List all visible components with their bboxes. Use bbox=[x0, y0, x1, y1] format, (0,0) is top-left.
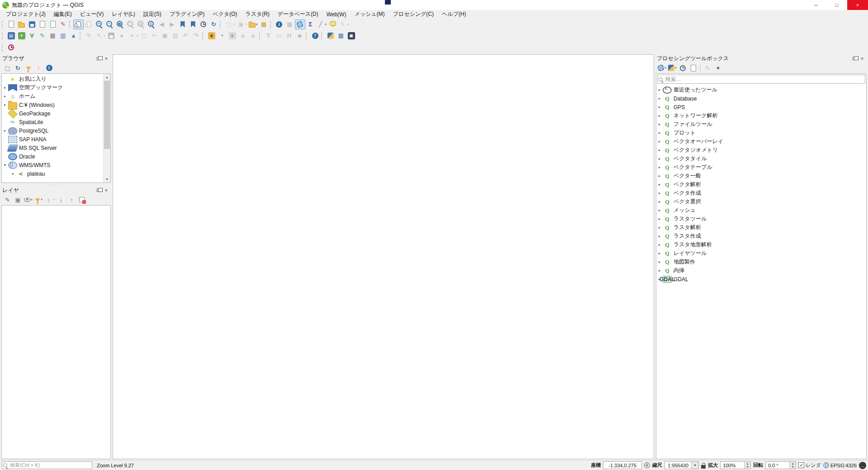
tree-item-plots[interactable]: ▸Qプロット bbox=[656, 129, 866, 137]
open-project-button[interactable] bbox=[16, 19, 27, 29]
chevron-collapsed-icon[interactable]: ▸ bbox=[656, 234, 663, 238]
spin-down-icon[interactable]: ▼ bbox=[790, 465, 796, 469]
plugin-manager-button[interactable]: ▦ bbox=[336, 31, 346, 41]
chevron-collapsed-icon[interactable]: ▸ bbox=[656, 114, 663, 118]
maximize-button[interactable]: □ bbox=[826, 0, 847, 10]
temporal-controller-panel-button[interactable] bbox=[6, 43, 16, 53]
tree-item-vector-creation[interactable]: ▸Qベクタ作成 bbox=[656, 189, 866, 197]
toolbar-grip[interactable] bbox=[220, 21, 222, 28]
chevron-down-icon[interactable]: ▾ bbox=[256, 23, 258, 26]
toolbar-grip[interactable] bbox=[69, 21, 71, 28]
chevron-collapsed-icon[interactable]: ▸ bbox=[656, 251, 663, 255]
tree-item-spatial-bookmarks[interactable]: ▸空間ブックマーク bbox=[2, 83, 103, 92]
processing-close-button[interactable]: × bbox=[859, 56, 865, 61]
refresh-map-button[interactable]: ↻ bbox=[209, 19, 219, 29]
tree-item-raster-terrain-analysis[interactable]: ▸Qラスタ地形解析 bbox=[656, 240, 866, 249]
add-selected-layers-button[interactable]: ▢ bbox=[2, 63, 13, 73]
refresh-browser-button[interactable]: ↻ bbox=[13, 63, 23, 73]
tree-item-mesh[interactable]: ▸Qメッシュ bbox=[656, 206, 866, 215]
menu-plugins[interactable]: プラグイン(P) bbox=[166, 10, 209, 19]
chevron-collapsed-icon[interactable]: ▸ bbox=[656, 96, 663, 101]
history-button[interactable] bbox=[678, 63, 688, 73]
chevron-expanded-icon[interactable]: ▾ bbox=[2, 163, 8, 167]
collapse-all-layers-button[interactable]: ↑ bbox=[66, 195, 77, 205]
tree-item-home[interactable]: ▸⌂ホーム bbox=[2, 92, 103, 101]
identify-features-button[interactable]: i bbox=[274, 19, 285, 29]
rotation-spinbox[interactable]: 0.0 ° ▲▼ bbox=[765, 461, 796, 469]
chevron-collapsed-icon[interactable]: ▸ bbox=[656, 191, 663, 195]
chevron-down-icon[interactable]: ▼ bbox=[691, 462, 698, 469]
tree-item-wms-wmts[interactable]: ▾WMS/WMTS bbox=[2, 161, 103, 169]
save-project-button[interactable] bbox=[27, 19, 37, 29]
menu-raster[interactable]: ラスタ(R) bbox=[241, 10, 274, 19]
new-shapefile-layer-button[interactable]: V bbox=[27, 31, 37, 41]
select-by-form-button[interactable]: ▾ bbox=[248, 19, 259, 29]
browser-float-button[interactable] bbox=[95, 56, 102, 61]
tree-item-vector-analysis[interactable]: ▸Qベクタ解析 bbox=[656, 180, 866, 189]
tree-item-vector-table[interactable]: ▸Qベクタテーブル bbox=[656, 163, 866, 172]
menu-vector[interactable]: ベクタ(O) bbox=[209, 10, 241, 19]
statusbar-search-input[interactable]: 検索(Ctrl + K) bbox=[2, 461, 92, 469]
statistical-summary-button[interactable]: Σ bbox=[305, 19, 316, 29]
extent-tracking-icon[interactable] bbox=[644, 462, 650, 468]
layers-close-button[interactable]: × bbox=[103, 187, 109, 193]
layers-float-button[interactable] bbox=[95, 187, 102, 193]
tree-item-raster-analysis[interactable]: ▸Qラスタ解析 bbox=[656, 223, 866, 232]
toolbar-grip[interactable] bbox=[321, 32, 323, 39]
new-spatial-bookmark-button[interactable] bbox=[177, 19, 188, 29]
chevron-collapsed-icon[interactable]: ▸ bbox=[656, 122, 663, 126]
tree-item-spatialite[interactable]: ✎SpatiaLite bbox=[2, 118, 103, 126]
tree-item-vector-geometry[interactable]: ▸Qベクタジオメトリ bbox=[656, 146, 866, 154]
add-group-button[interactable]: ▣ bbox=[13, 195, 23, 205]
manage-map-themes-button[interactable]: ▾ bbox=[23, 195, 33, 205]
processing-float-button[interactable] bbox=[851, 56, 858, 61]
lock-scale-icon[interactable] bbox=[701, 465, 706, 469]
chevron-collapsed-icon[interactable]: ▸ bbox=[656, 105, 663, 109]
magnifier-spinbox[interactable]: 100% ▲▼ bbox=[720, 461, 751, 469]
tree-item-plateau[interactable]: ▸≺plateau bbox=[2, 169, 103, 178]
filter-legend-button[interactable]: ▾ bbox=[33, 195, 44, 205]
python-console-button[interactable] bbox=[325, 31, 336, 41]
layer-labeling-button[interactable]: a bbox=[206, 31, 217, 41]
tree-item-sap-hana[interactable]: SAP HANA bbox=[2, 135, 103, 144]
tree-item-layer-tools[interactable]: ▸Qレイヤツール bbox=[656, 249, 866, 258]
tree-item-c-drive[interactable]: ▸C:¥ (Windows) bbox=[2, 101, 103, 109]
options-button[interactable]: ✦ bbox=[713, 63, 723, 73]
spin-up-icon[interactable]: ▲ bbox=[790, 462, 796, 465]
chevron-collapsed-icon[interactable]: ▸ bbox=[656, 200, 663, 204]
layers-tree-area[interactable] bbox=[1, 205, 111, 459]
menu-edit[interactable]: 編集(E) bbox=[50, 10, 76, 19]
results-viewer-button[interactable] bbox=[688, 63, 698, 73]
browser-close-button[interactable]: × bbox=[103, 56, 109, 61]
filter-browser-button[interactable] bbox=[23, 63, 33, 73]
zoom-out-button[interactable]: − bbox=[104, 19, 115, 29]
tree-item-vector-tiles[interactable]: ▸Qベクタタイル bbox=[656, 154, 866, 163]
chevron-collapsed-icon[interactable]: ▸ bbox=[10, 172, 16, 176]
tree-item-vector-overlay[interactable]: ▸Qベクタオーバーレイ bbox=[656, 137, 866, 146]
minimize-button[interactable]: ─ bbox=[806, 0, 826, 10]
chevron-down-icon[interactable]: ▾ bbox=[53, 198, 55, 201]
chevron-down-icon[interactable]: ▾ bbox=[325, 23, 327, 26]
map-tips-button[interactable] bbox=[327, 19, 338, 29]
chevron-collapsed-icon[interactable]: ▸ bbox=[656, 225, 663, 230]
expand-all-layers-button[interactable]: ↓ bbox=[56, 195, 66, 205]
temporal-controller-button[interactable] bbox=[198, 19, 209, 29]
chevron-collapsed-icon[interactable]: ▸ bbox=[656, 165, 663, 169]
new-project-button[interactable] bbox=[6, 19, 16, 29]
chevron-collapsed-icon[interactable]: ▸ bbox=[656, 243, 663, 247]
tree-item-recent-tools[interactable]: ▸最近使ったツール bbox=[656, 86, 866, 94]
new-print-layout-button[interactable] bbox=[37, 19, 47, 29]
browser-scrollbar[interactable]: ▲ ▼ bbox=[103, 74, 110, 182]
toolbar-grip[interactable] bbox=[2, 44, 4, 51]
measure-button[interactable]: ╱▾ bbox=[316, 19, 328, 29]
menu-view[interactable]: ビュー(V) bbox=[76, 10, 108, 19]
new-mesh-layer-button[interactable]: ▲ bbox=[68, 31, 79, 41]
chevron-collapsed-icon[interactable]: ▸ bbox=[2, 94, 8, 98]
toolbar-grip[interactable] bbox=[2, 21, 4, 28]
tree-item-raster-tools[interactable]: ▸Qラスタツール bbox=[656, 215, 866, 223]
tree-item-raster-creation[interactable]: ▸Qラスタ作成 bbox=[656, 232, 866, 240]
crs-button[interactable]: EPSG:4326 bbox=[823, 462, 857, 468]
chevron-collapsed-icon[interactable]: ▸ bbox=[2, 103, 8, 107]
toolbar-grip[interactable] bbox=[202, 32, 204, 39]
close-button[interactable]: × bbox=[847, 0, 868, 10]
